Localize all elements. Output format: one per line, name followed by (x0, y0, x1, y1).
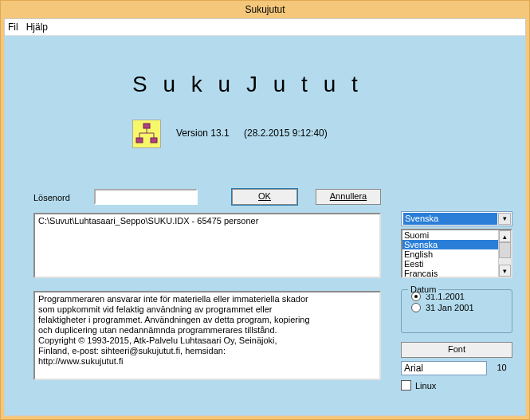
menu-help[interactable]: Hjälp (26, 22, 48, 33)
linux-checkbox[interactable] (401, 380, 411, 391)
version-label: Version 13.1 (176, 128, 230, 139)
client-area: S u k u J u t u t Version 13.1 (28.2.201… (5, 36, 525, 415)
linux-label: Linux (415, 381, 436, 391)
language-listbox[interactable]: Suomi Svenska English Eesti Français ▴ ▾ (401, 229, 512, 278)
info-line: Programmeraren ansvarar inte för materie… (38, 294, 376, 304)
cancel-button[interactable]: Annullera (316, 189, 381, 205)
language-dropdown[interactable]: Svenska ▾ (401, 211, 512, 226)
svg-rect-0 (143, 124, 150, 128)
font-button[interactable]: Font (401, 342, 512, 358)
info-line: http://www.sukujutut.fi (38, 356, 376, 367)
info-textbox[interactable]: Programmeraren ansvarar inte för materie… (33, 291, 381, 380)
info-line: felaktigheter i programmet. Användningen… (38, 315, 376, 325)
app-title: S u k u J u t u t (132, 72, 363, 97)
scroll-down-icon[interactable]: ▾ (499, 265, 511, 277)
cancel-button-label: Annullera (330, 191, 367, 201)
file-path-text: C:\Suvut\Luhtasaari_Seppo\SUKU.IDX - 654… (38, 216, 258, 226)
info-line: och duplicering utan nedannämnda program… (38, 325, 376, 336)
svg-rect-2 (151, 138, 157, 143)
date-option-2[interactable]: 31 Jan 2001 (411, 303, 512, 312)
menu-file[interactable]: Fil (8, 22, 18, 33)
ok-button[interactable]: OK (232, 189, 297, 205)
list-item[interactable]: Svenska (402, 240, 511, 249)
info-line: Copyright © 1993-2015, Atk-Palvelu Luhta… (38, 336, 376, 346)
file-path-box[interactable]: C:\Suvut\Luhtasaari_Seppo\SUKU.IDX - 654… (33, 213, 381, 278)
language-selected: Svenska (403, 213, 497, 225)
ok-button-label: OK (258, 191, 271, 201)
font-button-label: Font (448, 344, 465, 354)
font-size-field: 10 (491, 361, 512, 375)
scrollbar[interactable]: ▴ ▾ (498, 230, 511, 277)
titlebar[interactable]: Sukujutut (1, 1, 529, 18)
menubar: Fil Hjälp (5, 19, 525, 36)
radio-icon[interactable] (411, 292, 421, 301)
password-input[interactable] (94, 189, 198, 205)
app-icon (132, 120, 161, 148)
info-line: som uppkommit vid felaktig användning av… (38, 304, 376, 315)
info-line: Finland, e-post: sihteeri@sukujutut.fi, … (38, 346, 376, 356)
app-window: Sukujutut Fil Hjälp S u k u J u t u t Ve… (0, 0, 530, 420)
list-item[interactable]: English (402, 249, 511, 259)
list-item[interactable]: Français (402, 269, 511, 278)
font-name-field[interactable]: Arial (401, 361, 487, 375)
list-item[interactable]: Eesti (402, 259, 511, 269)
radio-label: 31 Jan 2001 (426, 303, 474, 312)
window-frame: Fil Hjälp S u k u J u t u t Version 13.1… (4, 18, 526, 416)
chevron-down-icon[interactable]: ▾ (498, 213, 511, 225)
list-item[interactable]: Suomi (402, 230, 511, 240)
linux-checkbox-row[interactable]: Linux (401, 380, 436, 391)
radio-icon[interactable] (411, 303, 421, 312)
svg-rect-1 (136, 138, 143, 143)
build-label: (28.2.2015 9:12:40) (244, 128, 328, 139)
date-format-group: Datum 31.1.2001 31 Jan 2001 (401, 289, 512, 333)
scroll-thumb[interactable] (499, 242, 511, 258)
scroll-up-icon[interactable]: ▴ (499, 230, 511, 242)
password-label: Lösenord (33, 193, 70, 202)
